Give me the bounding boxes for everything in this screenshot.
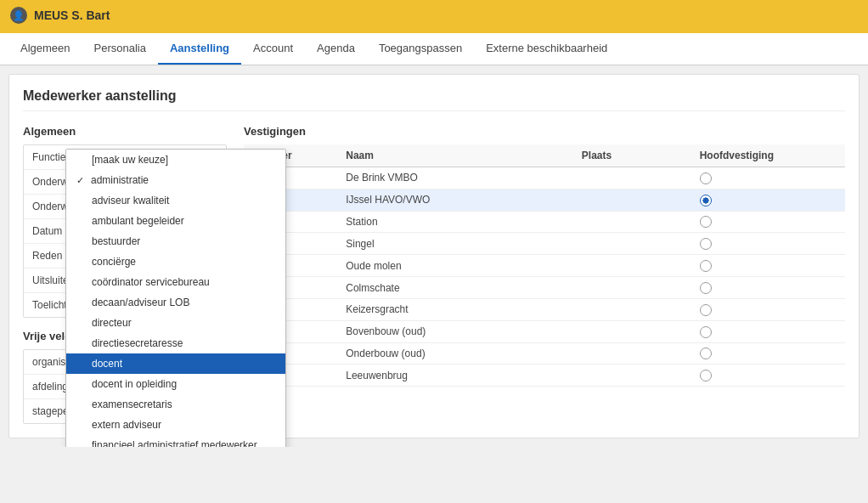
cell-plaats-8 [575, 342, 693, 365]
radio-hoofdvestiging-1[interactable] [700, 195, 712, 206]
radio-hoofdvestiging-9[interactable] [700, 370, 712, 381]
radio-hoofdvestiging-0[interactable] [700, 172, 712, 184]
dropdown-item-4[interactable]: bestuurder [66, 231, 285, 252]
cell-hoofdvestiging-9 [693, 365, 845, 387]
cell-hoofdvestiging-5 [693, 277, 845, 299]
table-row[interactable]: 15Leeuwenbrug [244, 365, 845, 387]
tab-agenda[interactable]: Agenda [305, 33, 367, 65]
cell-hoofdvestiging-7 [693, 320, 845, 342]
cell-hoofdvestiging-8 [693, 342, 845, 365]
cell-naam-5: Colmschate [339, 277, 575, 299]
table-row[interactable]: 12Onderbouw (oud) [244, 342, 845, 365]
tab-account[interactable]: Account [241, 33, 305, 65]
cell-naam-8: Onderbouw (oud) [339, 342, 575, 365]
cell-plaats-5 [575, 277, 693, 299]
dropdown-item-10[interactable]: docent [66, 353, 285, 374]
dropdown-item-2[interactable]: adviseur kwaliteit [66, 190, 285, 211]
dropdown-item-0[interactable]: [maak uw keuze] [66, 150, 285, 170]
tab-personalia[interactable]: Personalia [82, 33, 158, 65]
cell-plaats-3 [575, 233, 693, 255]
right-column: Vestigingen Nummer Naam Plaats Hoofdvest… [244, 125, 845, 424]
user-name: MEUS S. Bart [34, 8, 110, 22]
dropdown-item-12[interactable]: examensecretaris [66, 394, 285, 415]
radio-hoofdvestiging-8[interactable] [700, 348, 712, 359]
cell-hoofdvestiging-2 [693, 211, 845, 233]
cell-naam-4: Oude molen [339, 255, 575, 277]
tab-algemeen[interactable]: Algemeen [8, 33, 82, 65]
dropdown-item-5[interactable]: conciërge [66, 252, 285, 272]
cell-hoofdvestiging-3 [693, 233, 845, 255]
dropdown-item-6[interactable]: coördinator servicebureau [66, 272, 285, 292]
cell-naam-2: Station [339, 211, 575, 233]
nav-tabs: Algemeen Personalia Aanstelling Account … [0, 33, 868, 65]
cell-hoofdvestiging-4 [693, 255, 845, 277]
cell-plaats-1 [575, 189, 693, 211]
algemeen-section-title: Algemeen [23, 125, 227, 138]
cell-plaats-7 [575, 320, 693, 342]
main-content: Medewerker aanstelling Algemeen Functie … [8, 74, 860, 438]
table-row[interactable]: 01De Brink VMBO [244, 167, 845, 189]
left-column: Algemeen Functie Onderwijzend personeel … [23, 125, 227, 424]
dropdown-item-11[interactable]: docent in opleiding [66, 374, 285, 394]
top-bar: 👤 MEUS S. Bart [0, 0, 868, 31]
radio-hoofdvestiging-4[interactable] [700, 260, 712, 272]
page-title: Medewerker aanstelling [23, 88, 845, 111]
radio-hoofdvestiging-5[interactable] [700, 282, 712, 294]
vestigingen-title: Vestigingen [244, 125, 845, 138]
cell-naam-6: Keizersgracht [339, 298, 575, 320]
content-columns: Algemeen Functie Onderwijzend personeel … [23, 125, 845, 424]
table-row[interactable]: 06Colmschate [244, 277, 845, 299]
dropdown-item-14[interactable]: financieel administratief medewerker [66, 435, 285, 447]
table-row[interactable]: 11Bovenbouw (oud) [244, 320, 845, 342]
cell-naam-3: Singel [339, 233, 575, 255]
col-header-naam: Naam [339, 144, 575, 167]
cell-naam-0: De Brink VMBO [339, 167, 575, 189]
cell-plaats-9 [575, 365, 693, 387]
table-row[interactable]: 02IJssel HAVO/VWO [244, 189, 845, 211]
col-header-hoofdvest: Hoofdvestiging [693, 144, 845, 167]
table-row[interactable]: 05Oude molen [244, 255, 845, 277]
tab-toegangspassen[interactable]: Toegangspassen [367, 33, 474, 65]
dropdown-item-1[interactable]: administratie [66, 170, 285, 190]
radio-hoofdvestiging-6[interactable] [700, 304, 712, 316]
cell-naam-1: IJssel HAVO/VWO [339, 189, 575, 211]
table-row[interactable]: 10Keizersgracht [244, 298, 845, 320]
dropdown-item-9[interactable]: directiesecretaresse [66, 333, 285, 353]
cell-hoofdvestiging-0 [693, 167, 845, 189]
functie-dropdown[interactable]: [maak uw keuze] administratie adviseur k… [65, 149, 286, 447]
radio-hoofdvestiging-7[interactable] [700, 326, 712, 338]
vestigingen-table: Nummer Naam Plaats Hoofdvestiging 01De B… [244, 144, 845, 387]
cell-naam-9: Leeuwenbrug [339, 365, 575, 387]
cell-plaats-6 [575, 298, 693, 320]
dropdown-item-7[interactable]: decaan/adviseur LOB [66, 292, 285, 313]
cell-plaats-0 [575, 167, 693, 189]
cell-hoofdvestiging-1 [693, 189, 845, 211]
user-avatar-icon: 👤 [10, 7, 27, 24]
dropdown-item-13[interactable]: extern adviseur [66, 415, 285, 435]
table-row[interactable]: 04Singel [244, 233, 845, 255]
cell-naam-7: Bovenbouw (oud) [339, 320, 575, 342]
radio-hoofdvestiging-3[interactable] [700, 238, 712, 250]
radio-hoofdvestiging-2[interactable] [700, 216, 712, 228]
cell-plaats-2 [575, 211, 693, 233]
tab-aanstelling[interactable]: Aanstelling [158, 33, 241, 65]
table-row[interactable]: 03Station [244, 211, 845, 233]
cell-hoofdvestiging-6 [693, 298, 845, 320]
tab-externe[interactable]: Externe beschikbaarheid [474, 33, 619, 65]
cell-plaats-4 [575, 255, 693, 277]
dropdown-item-3[interactable]: ambulant begeleider [66, 211, 285, 231]
dropdown-item-8[interactable]: directeur [66, 313, 285, 333]
col-header-plaats: Plaats [575, 144, 693, 167]
